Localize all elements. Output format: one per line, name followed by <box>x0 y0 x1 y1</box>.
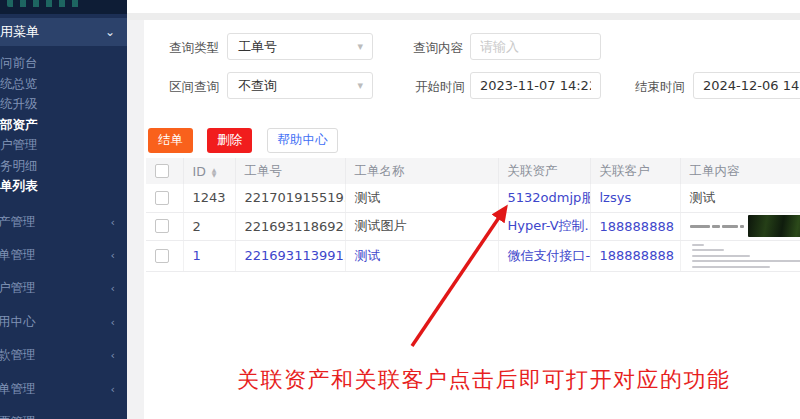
cell-name: 测试图片 <box>345 212 498 240</box>
cell-order-no: 221693113991... <box>235 240 345 272</box>
header-content: 工单内容 <box>680 158 800 184</box>
end-time-label: 结束时间 <box>635 79 685 96</box>
sidebar-group-ticket-mgmt[interactable]: 单管理‹ <box>0 372 127 405</box>
sidebar-item-upgrade[interactable]: 统升级 <box>0 94 127 115</box>
delete-button[interactable]: 删除 <box>207 128 252 153</box>
asset-link[interactable]: Hyper-V控制... <box>508 218 591 233</box>
sidebar-item-order-list[interactable]: 单列表 <box>0 176 127 197</box>
top-divider <box>127 13 800 20</box>
row-checkbox[interactable] <box>155 191 169 205</box>
row-checkbox[interactable] <box>155 249 169 263</box>
menu-header-label: 用菜单 <box>0 23 39 41</box>
tiny-text-decoration <box>690 225 744 228</box>
table-row: 2 221693118692... 测试图片 Hyper-V控制... 1888… <box>146 212 800 240</box>
sidebar-groups: 产管理‹ 单管理‹ 户管理‹ 用中心‹ 款管理‹ 单管理‹ 票管理‹ <box>0 206 127 419</box>
select-caret-icon: ▾ <box>357 79 363 92</box>
sidebar-menu-header[interactable]: 用菜单 ⌄ <box>0 18 127 46</box>
sidebar-item-assets[interactable]: 部资产 <box>0 115 127 136</box>
content-thumbnail-image[interactable] <box>748 215 800 237</box>
chevron-left-icon: ‹ <box>111 282 115 295</box>
header-asset: 关联资产 <box>498 158 590 184</box>
cell-id: 1243 <box>183 184 235 212</box>
table-header-row: ID▲▼ 工单号 工单名称 关联资产 关联客户 工单内容 <box>146 158 800 184</box>
sort-icon[interactable]: ▲▼ <box>212 167 217 177</box>
asset-link[interactable]: 5132odmjp服... <box>508 190 591 205</box>
close-order-button[interactable]: 结单 <box>148 128 193 153</box>
help-center-button[interactable]: 帮助中心 <box>267 128 338 153</box>
main-content: 查询类型 工单号 ▾ 查询内容 区间查询 不查询 ▾ 开始时间 结束时间 结单 … <box>127 0 800 419</box>
cell-id: 1 <box>183 240 235 272</box>
cell-content <box>680 240 800 272</box>
query-type-label: 查询类型 <box>169 40 219 57</box>
start-time-label: 开始时间 <box>415 79 465 96</box>
sidebar-group-asset-mgmt[interactable]: 产管理‹ <box>0 206 127 239</box>
chevron-left-icon: ‹ <box>111 349 115 362</box>
header-name: 工单名称 <box>345 158 498 184</box>
header-id: ID▲▼ <box>183 158 235 184</box>
query-type-select[interactable]: 工单号 ▾ <box>227 33 373 60</box>
logo-band <box>0 0 127 14</box>
sidebar-group-cost-center[interactable]: 用中心‹ <box>0 306 127 339</box>
header-customer: 关联客户 <box>590 158 680 184</box>
range-query-label: 区间查询 <box>169 79 219 96</box>
chevron-left-icon: ‹ <box>111 216 115 229</box>
query-content-label: 查询内容 <box>413 40 463 57</box>
table-row: 1 221693113991... 测试 微信支付接口-... 18888888… <box>146 240 800 272</box>
customer-link[interactable]: lzsys <box>600 190 632 205</box>
chevron-down-icon: ⌄ <box>105 25 115 39</box>
sidebar-group-invoice-mgmt[interactable]: 票管理‹ <box>0 406 127 419</box>
cell-content <box>680 212 800 240</box>
sidebar-items: 问前台 统总览 统升级 部资产 户管理 务明细 单列表 <box>0 53 127 197</box>
sidebar-item-overview[interactable]: 统总览 <box>0 74 127 95</box>
start-time-input[interactable] <box>470 72 601 99</box>
cell-name: 测试 <box>345 184 498 212</box>
range-query-select[interactable]: 不查询 ▾ <box>227 72 373 99</box>
range-query-value: 不查询 <box>238 77 277 95</box>
cell-id: 2 <box>183 212 235 240</box>
end-time-input[interactable] <box>693 72 800 99</box>
rich-text-preview <box>690 241 800 268</box>
left-gutter <box>127 20 144 419</box>
chevron-left-icon: ‹ <box>111 249 115 262</box>
cell-name: 测试 <box>345 240 498 272</box>
sidebar-item-finance[interactable]: 务明细 <box>0 156 127 177</box>
annotation-caption: 关联资产和关联客户点击后即可打开对应的功能 <box>237 365 731 395</box>
sidebar: 用菜单 ⌄ 问前台 统总览 统升级 部资产 户管理 务明细 单列表 产管理‹ 单… <box>0 0 127 419</box>
sidebar-group-order-mgmt[interactable]: 单管理‹ <box>0 239 127 272</box>
query-type-value: 工单号 <box>238 38 277 56</box>
sidebar-group-customer-mgmt[interactable]: 户管理‹ <box>0 272 127 305</box>
sidebar-item-front[interactable]: 问前台 <box>0 53 127 74</box>
select-all-checkbox[interactable] <box>155 164 169 178</box>
chevron-left-icon: ‹ <box>111 316 115 329</box>
customer-link[interactable]: 188888888 <box>600 219 674 234</box>
work-order-table: ID▲▼ 工单号 工单名称 关联资产 关联客户 工单内容 1243 221701… <box>146 158 800 272</box>
row-checkbox[interactable] <box>155 219 169 233</box>
cell-content: 测试 <box>680 184 800 212</box>
sidebar-group-refund-mgmt[interactable]: 款管理‹ <box>0 339 127 372</box>
chevron-left-icon: ‹ <box>111 383 115 396</box>
app-window: 用菜单 ⌄ 问前台 统总览 统升级 部资产 户管理 务明细 单列表 产管理‹ 单… <box>0 0 800 419</box>
customer-link[interactable]: 188888888 <box>600 248 674 263</box>
select-caret-icon: ▾ <box>357 40 363 53</box>
header-order-no: 工单号 <box>235 158 345 184</box>
cell-order-no: 221693118692... <box>235 212 345 240</box>
sidebar-item-users[interactable]: 户管理 <box>0 135 127 156</box>
cell-order-no: 221701915519... <box>235 184 345 212</box>
asset-link[interactable]: 微信支付接口-... <box>508 248 591 263</box>
table-row: 1243 221701915519... 测试 5132odmjp服... lz… <box>146 184 800 212</box>
query-content-input[interactable] <box>470 33 601 60</box>
